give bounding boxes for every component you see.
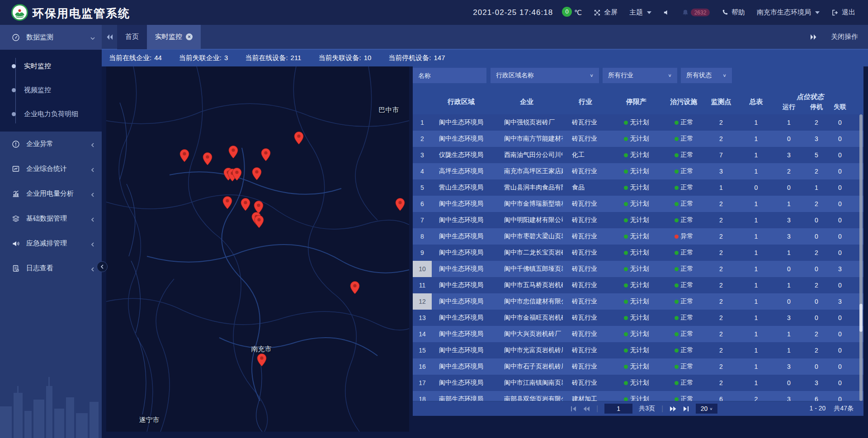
map-pin-icon[interactable] [395,198,405,212]
last-page-button[interactable] [683,406,689,412]
page-size-select[interactable]: 20 ∨ [696,404,717,414]
table-row[interactable]: 6阆中生态环境局阆中市金博瑞新型墙材砖瓦行业无计划正常21120 [413,196,863,212]
tab-close-icon[interactable]: × [186,33,193,40]
row-meters-cell: 1 [739,347,773,354]
row-index-cell: 8 [413,228,432,245]
sidebar-group-基础数据管理[interactable]: 基础数据管理 [0,206,102,231]
col-header-points: 监测点 [703,98,739,106]
row-industry-cell: 砖瓦行业 [563,363,608,371]
notifications-widget[interactable]: 2632 [682,9,710,16]
table-row[interactable]: 9阆中生态环境局阆中市二龙长宝页岩砖砖瓦行业无计划正常21120 [413,245,863,261]
row-points-cell: 2 [703,233,739,240]
next-page-button[interactable] [670,406,677,412]
map-pin-icon[interactable] [254,215,264,229]
row-production-cell: 无计划 [608,346,665,354]
row-facility-cell: 正常 [665,216,703,224]
facility-status-label: 正常 [681,379,693,387]
table-row[interactable]: 17阆中生态环境局阆中市江南镇阆南页岩砖瓦行业无计划正常21030 [413,375,863,391]
theme-menu[interactable]: 主题 [629,8,651,17]
row-industry-cell: 化工 [563,151,608,159]
table-row[interactable]: 18南部生态环境局南部县双华页岩有限公建材加工无计划正常62360 [413,391,863,401]
row-stop-cell: 0 [805,217,828,224]
tab-realtime-monitor[interactable]: 实时监控 × [147,24,201,49]
table-row[interactable]: 3仪陇生态环境局西南油气田分公司川中化工无计划正常71350 [413,147,863,163]
status-dot-green-icon [624,332,628,336]
stat-value: 3 [224,54,228,61]
sidebar-group-应急减排管理[interactable]: 应急减排管理 [0,231,102,256]
sidebar-group-数据监测[interactable]: 数据监测 [0,25,102,50]
table-row[interactable]: 13阆中生态环境局阆中市金福旺页岩机砖砖瓦行业无计划正常21300 [413,310,863,326]
log-file-icon [12,264,20,273]
table-row[interactable]: 4高坪生态环境局南充市高坪区王家店建砖瓦行业无计划正常31220 [413,163,863,179]
row-meters-cell: 1 [739,379,773,386]
tabs-scroll-right-button[interactable] [806,34,821,40]
close-operations-menu[interactable]: 关闭操作 [831,33,858,41]
sidebar-group-日志查看[interactable]: 日志查看 [0,256,102,281]
map-pin-icon[interactable] [179,149,189,163]
sidebar-item-实时监控[interactable]: 实时监控 [0,54,102,78]
row-offline-cell: 0 [828,379,852,386]
status-select[interactable]: 所有状态 ∨ [681,68,732,83]
status-dot-green-icon [624,283,628,287]
row-offline-cell: 0 [828,168,852,175]
region-select[interactable]: 行政区域名称 ∨ [491,68,599,83]
row-stop-cell: 3 [805,135,828,142]
tab-home[interactable]: 首页 [117,24,147,49]
name-search-input[interactable] [418,72,481,79]
table-row[interactable]: 15阆中生态环境局阆中市光富页岩机砖厂砖瓦行业无计划正常21120 [413,342,863,358]
table-row[interactable]: 14阆中生态环境局阆中大兴页岩机砖厂砖瓦行业无计划正常21120 [413,326,863,342]
map-pin-icon[interactable] [222,196,232,210]
map-pin-icon[interactable] [350,281,360,295]
org-menu[interactable]: 南充市生态环境局 [757,8,820,17]
sidebar-group-企业异常[interactable]: 企业异常 [0,132,102,156]
map-pin-icon[interactable] [252,167,262,181]
chevron-left-icon [90,141,95,147]
table-row[interactable]: 2阆中生态环境局阆中市南方节能建材有砖瓦行业无计划正常21030 [413,131,863,147]
row-index-cell: 7 [413,212,432,228]
status-dot-green-icon [675,153,679,157]
map-pin-icon[interactable] [228,146,238,159]
industry-select[interactable]: 所有行业 ∨ [603,68,677,83]
table-row[interactable]: 5营山生态环境局营山县润丰肉食品有限食品无计划正常10010 [413,179,863,196]
sidebar-item-视频监控[interactable]: 视频监控 [0,78,102,102]
row-stop-cell: 2 [805,347,828,354]
fullscreen-button[interactable]: 全屏 [594,8,618,17]
table-row[interactable]: 16阆中生态环境局阆中市石子页岩机砖厂砖瓦行业无计划正常21300 [413,358,863,375]
table-row[interactable]: 7阆中生态环境局阆中明阳建材有限公司砖瓦行业无计划正常21300 [413,212,863,228]
table-row[interactable]: 10阆中生态环境局阆中千佛镇五郎垭页岩砖瓦行业无计划正常21003 [413,261,863,277]
vertical-scrollbar[interactable] [859,114,863,401]
name-search-field[interactable] [413,68,486,83]
sidebar-item-企业电力负荷明细[interactable]: 企业电力负荷明细 [0,102,102,126]
logout-button[interactable]: 退出 [831,8,855,17]
row-region-cell: 高坪生态环境局 [432,167,491,175]
sidebar-submenu: 实时监控视频监控企业电力负荷明细 [0,50,102,132]
tabs-scroll-left-button[interactable] [102,34,117,40]
sidebar-group-企业用电量分析[interactable]: 企业用电量分析 [0,181,102,206]
row-facility-cell: 正常 [665,184,703,192]
table-row[interactable]: 11阆中生态环境局阆中市五马桥页岩机砖砖瓦行业无计划正常21120 [413,277,863,293]
previous-page-button[interactable] [583,406,590,412]
map-pin-icon[interactable] [261,148,271,162]
production-status-label: 无计划 [630,249,649,257]
table-row[interactable]: 8阆中生态环境局阆中市枣碧大梁山页岩砖瓦行业无计划异常21300 [413,228,863,245]
help-button[interactable]: 帮助 [722,8,745,17]
row-points-cell: 2 [703,314,739,321]
first-page-button[interactable] [570,406,576,412]
map-pin-icon[interactable] [294,132,304,145]
facility-status-label: 正常 [681,249,693,257]
sidebar-group-企业综合统计[interactable]: 企业综合统计 [0,156,102,181]
map-pin-icon[interactable] [232,168,242,181]
sound-button[interactable] [663,9,670,16]
map-panel[interactable]: 巴中市南充市遂宁市 [106,66,409,432]
table-row[interactable]: 12阆中生态环境局阆中市忠信建材有限公砖瓦行业无计划正常21003 [413,293,863,310]
temperature-badge: 0 [562,7,572,17]
map-pin-icon[interactable] [203,152,212,166]
page-number-input[interactable]: 1 [604,404,632,414]
map-roads [106,66,409,432]
sidebar-collapse-button[interactable] [97,261,108,272]
scrollbar-thumb[interactable] [859,304,863,332]
row-facility-cell: 正常 [665,330,703,338]
map-pin-icon[interactable] [241,198,250,212]
table-row[interactable]: 1阆中生态环境局阆中强锐页岩砖厂砖瓦行业无计划正常21120 [413,114,863,131]
map-pin-icon[interactable] [257,353,267,367]
